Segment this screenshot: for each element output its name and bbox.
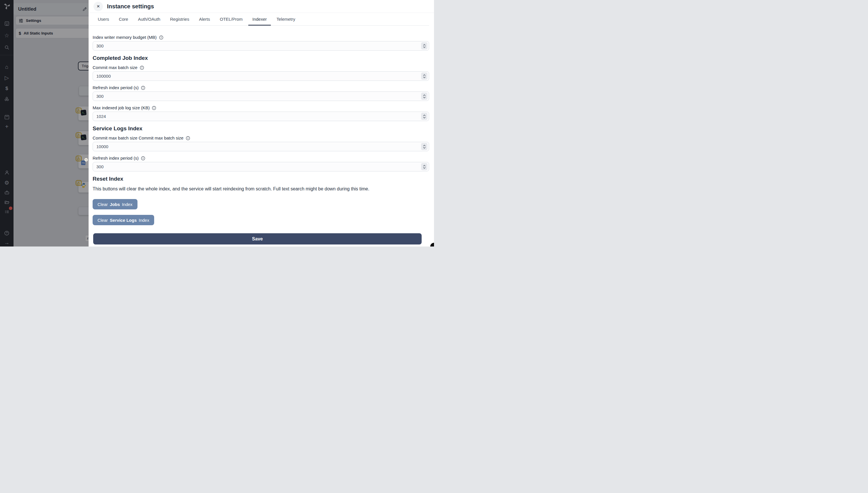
number-field [93, 112, 429, 121]
number-stepper[interactable] [421, 113, 427, 120]
save-button[interactable]: Save [93, 233, 421, 244]
field-label: Index writer memory budget (MB) [93, 35, 429, 40]
field-label: Refresh index period (s) [93, 156, 429, 161]
field-label: Refresh index period (s) [93, 85, 429, 90]
number-field [93, 162, 429, 171]
service-logs-commit-max-batch-size-label: Commit max batch size Commit max batch s… [93, 135, 183, 141]
instance-settings-modal: × Instance settings Users Core Auth/OAut… [89, 0, 434, 246]
tab-registries[interactable]: Registries [166, 13, 193, 25]
tab-otel-prom[interactable]: OTEL/Prom [216, 13, 246, 25]
reset-index-heading: Reset Index [93, 176, 429, 182]
service-logs-word: Service Logs [110, 218, 137, 222]
max-indexed-job-log-size-label: Max indexed job log size (KB) [93, 105, 150, 110]
tab-users[interactable]: Users [94, 13, 113, 25]
refresh-index-period-label: Refresh index period (s) [93, 85, 138, 90]
number-field [93, 41, 429, 51]
info-icon[interactable] [140, 66, 144, 70]
commit-max-batch-size-input[interactable] [93, 71, 429, 81]
indexer-settings-panel: Index writer memory budget (MB) Complete… [89, 26, 434, 228]
clear-jobs-index-button[interactable]: Clear Jobs Index [93, 199, 137, 209]
tab-telemetry[interactable]: Telemetry [273, 13, 299, 25]
jobs-word: Jobs [110, 202, 120, 207]
field-label: Commit max batch size [93, 65, 429, 70]
info-icon[interactable] [152, 106, 156, 110]
info-icon[interactable] [141, 86, 145, 90]
number-stepper[interactable] [421, 72, 427, 80]
clear-service-logs-index-button[interactable]: Clear Service Logs Index [93, 215, 154, 225]
reset-index-description: This buttons will clear the whole index,… [93, 186, 429, 192]
max-indexed-job-log-size-input[interactable] [93, 112, 429, 121]
clear-word: Clear [97, 202, 108, 207]
service-logs-commit-max-batch-size-input[interactable] [93, 142, 429, 151]
service-logs-refresh-index-period-label: Refresh index period (s) [93, 156, 138, 161]
tab-indexer[interactable]: Indexer [248, 13, 270, 25]
number-stepper[interactable] [421, 143, 427, 150]
service-logs-index-heading: Service Logs Index [93, 125, 429, 132]
modal-title: Instance settings [107, 3, 154, 10]
info-icon[interactable] [159, 35, 164, 40]
refresh-index-period-input[interactable] [93, 91, 429, 101]
clear-word: Clear [97, 218, 108, 222]
bun-runtime-icon [84, 158, 88, 163]
info-icon[interactable] [186, 136, 190, 141]
close-button[interactable]: × [93, 2, 103, 11]
index-writer-memory-budget-input[interactable] [93, 41, 429, 51]
number-field [93, 142, 429, 151]
commit-max-batch-size-label: Commit max batch size [93, 65, 137, 70]
number-field [93, 91, 429, 101]
number-stepper[interactable] [421, 163, 427, 170]
settings-tabs: Users Core Auth/OAuth Registries Alerts … [89, 13, 429, 26]
service-logs-refresh-index-period-input[interactable] [93, 162, 429, 171]
index-writer-memory-budget-label: Index writer memory budget (MB) [93, 35, 157, 40]
tab-auth-oauth[interactable]: Auth/OAuth [134, 13, 165, 25]
tab-core[interactable]: Core [115, 13, 132, 25]
tab-alerts[interactable]: Alerts [195, 13, 214, 25]
number-stepper[interactable] [421, 93, 427, 100]
number-stepper[interactable] [421, 42, 427, 49]
index-word: Index [122, 202, 133, 207]
number-field [93, 71, 429, 81]
modal-header: × Instance settings [89, 0, 434, 13]
completed-job-index-heading: Completed Job Index [93, 55, 429, 61]
field-label: Max indexed job log size (KB) [93, 105, 429, 110]
close-icon: × [96, 3, 100, 9]
info-icon[interactable] [141, 156, 145, 160]
index-word: Index [138, 218, 149, 222]
field-label: Commit max batch size Commit max batch s… [93, 135, 429, 141]
